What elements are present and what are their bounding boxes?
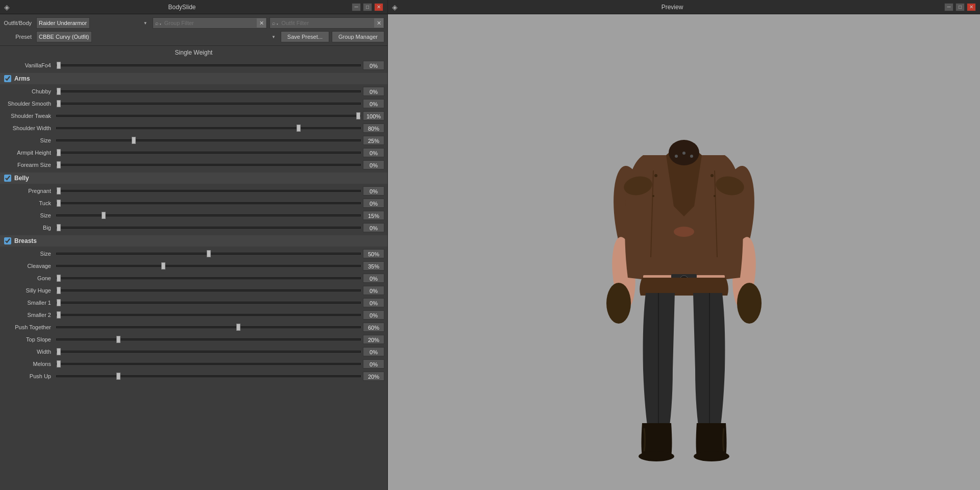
- vanillaf04-slider[interactable]: [56, 62, 361, 69]
- gone-track: [56, 273, 361, 283]
- vanillaf04-value: 0%: [363, 61, 384, 70]
- bodyslide-close-button[interactable]: ✕: [374, 3, 383, 11]
- push-up-slider[interactable]: [56, 373, 361, 380]
- pregnant-slider[interactable]: [56, 187, 361, 194]
- forearm-size-track: [56, 160, 361, 170]
- shoulder-tweak-value: 100%: [363, 111, 384, 120]
- shoulder-width-slider[interactable]: [56, 125, 361, 132]
- armpit-height-slider[interactable]: [56, 149, 361, 156]
- shoulder-smooth-slider[interactable]: [56, 100, 361, 107]
- width-label: Width: [3, 349, 54, 355]
- silly-huge-label: Silly Huge: [3, 287, 54, 293]
- push-together-row: Push Together 60%: [0, 321, 387, 333]
- preset-row: Preset CBBE Curvy (Outfit) Save Preset..…: [3, 31, 384, 42]
- outfit-filter-clear-button[interactable]: ✕: [374, 18, 383, 28]
- pregnant-track: [56, 186, 361, 196]
- group-manager-button[interactable]: Group Manager: [332, 31, 384, 42]
- forearm-size-label: Forearm Size: [3, 162, 54, 168]
- arms-group-header: Arms: [0, 73, 387, 84]
- pregnant-row: Pregnant 0%: [0, 185, 387, 197]
- breasts-group-label: Breasts: [14, 237, 37, 244]
- preset-label: Preset: [3, 34, 34, 40]
- gone-slider[interactable]: [56, 275, 361, 282]
- belly-group-header: Belly: [0, 173, 387, 184]
- armpit-height-label: Armpit Height: [3, 150, 54, 156]
- outfit-body-select-wrap: Raider Underarmor: [36, 17, 150, 29]
- breasts-group-checkbox[interactable]: [4, 237, 11, 244]
- width-track: [56, 347, 361, 357]
- preview-minimize-button[interactable]: ─: [944, 3, 953, 11]
- chubby-slider[interactable]: [56, 88, 361, 95]
- melons-track: [56, 359, 361, 369]
- top-slope-slider[interactable]: [56, 336, 361, 343]
- gone-row: Gone 0%: [0, 272, 387, 284]
- big-slider[interactable]: [56, 224, 361, 231]
- save-preset-button[interactable]: Save Preset...: [281, 31, 329, 42]
- vanillaf04-label: VanillaFo4: [3, 62, 54, 68]
- outfit-filter-box: ⌕▾ ✕: [270, 17, 384, 29]
- shoulder-tweak-track: [56, 111, 361, 121]
- toolbar: Outfit/Body Raider Underarmor ⌕▾ ✕ ⌕▾ ✕ …: [0, 14, 387, 46]
- shoulder-tweak-slider[interactable]: [56, 112, 361, 119]
- arms-size-track: [56, 135, 361, 145]
- arms-size-slider[interactable]: [56, 137, 361, 144]
- forearm-size-value: 0%: [363, 160, 384, 169]
- shoulder-tweak-row: Shoulder Tweak 100%: [0, 110, 387, 122]
- shoulder-smooth-row: Shoulder Smooth 0%: [0, 97, 387, 110]
- preview-title-bar: ◈ Preview ─ □ ✕: [388, 0, 980, 14]
- sliders-area[interactable]: VanillaFo4 0% Arms Chubby 0% Shoulder Sm…: [0, 58, 387, 490]
- outfit-body-label: Outfit/Body: [3, 20, 34, 26]
- bodyslide-minimize-button[interactable]: ─: [352, 3, 361, 11]
- group-filter-input[interactable]: [164, 20, 257, 26]
- tuck-label: Tuck: [3, 200, 54, 206]
- smaller1-track: [56, 298, 361, 308]
- group-filter-clear-button[interactable]: ✕: [257, 18, 266, 28]
- preview-maximize-button[interactable]: □: [955, 3, 965, 11]
- width-slider[interactable]: [56, 348, 361, 355]
- push-together-value: 60%: [363, 323, 384, 332]
- svg-point-18: [690, 155, 693, 158]
- breasts-size-track: [56, 249, 361, 259]
- smaller1-row: Smaller 1 0%: [0, 297, 387, 309]
- push-together-slider[interactable]: [56, 324, 361, 331]
- tuck-slider[interactable]: [56, 200, 361, 207]
- left-panel: ◈ BodySlide ─ □ ✕ Outfit/Body Raider Und…: [0, 0, 388, 490]
- vanillaf04-row: VanillaFo4 0%: [0, 59, 387, 71]
- shoulder-smooth-track: [56, 99, 361, 109]
- tuck-track: [56, 198, 361, 208]
- big-track: [56, 223, 361, 233]
- shoulder-width-row: Shoulder Width 80%: [0, 122, 387, 134]
- smaller1-slider[interactable]: [56, 299, 361, 306]
- cleavage-value: 35%: [363, 261, 384, 271]
- preview-close-button[interactable]: ✕: [967, 3, 976, 11]
- outfit-body-select[interactable]: Raider Underarmor: [36, 17, 90, 29]
- cleavage-slider[interactable]: [56, 262, 361, 270]
- outfit-filter-input[interactable]: [281, 20, 374, 26]
- silly-huge-slider[interactable]: [56, 287, 361, 294]
- svg-point-2: [606, 283, 631, 324]
- svg-point-19: [682, 152, 685, 155]
- belly-group-checkbox[interactable]: [4, 175, 11, 182]
- melons-value: 0%: [363, 359, 384, 369]
- forearm-size-slider[interactable]: [56, 161, 361, 168]
- preview-app-icon: ◈: [392, 3, 400, 11]
- arms-group-checkbox[interactable]: [4, 75, 11, 82]
- outfit-filter-search-icon: ⌕▾: [270, 20, 281, 26]
- smaller2-slider[interactable]: [56, 311, 361, 318]
- breasts-size-slider[interactable]: [56, 250, 361, 257]
- belly-size-row: Size 15%: [0, 209, 387, 222]
- single-weight-header: Single Weight: [0, 46, 387, 58]
- tuck-row: Tuck 0%: [0, 197, 387, 209]
- breasts-size-value: 50%: [363, 249, 384, 258]
- melons-slider[interactable]: [56, 360, 361, 368]
- smaller2-label: Smaller 2: [3, 312, 54, 318]
- pregnant-value: 0%: [363, 186, 384, 195]
- push-up-value: 20%: [363, 372, 384, 381]
- forearm-size-row: Forearm Size 0%: [0, 159, 387, 171]
- svg-point-11: [639, 451, 674, 461]
- belly-size-slider[interactable]: [56, 212, 361, 219]
- bodyslide-maximize-button[interactable]: □: [363, 3, 372, 11]
- preset-select[interactable]: CBBE Curvy (Outfit): [36, 31, 92, 42]
- svg-point-17: [675, 155, 678, 158]
- armpit-height-track: [56, 148, 361, 158]
